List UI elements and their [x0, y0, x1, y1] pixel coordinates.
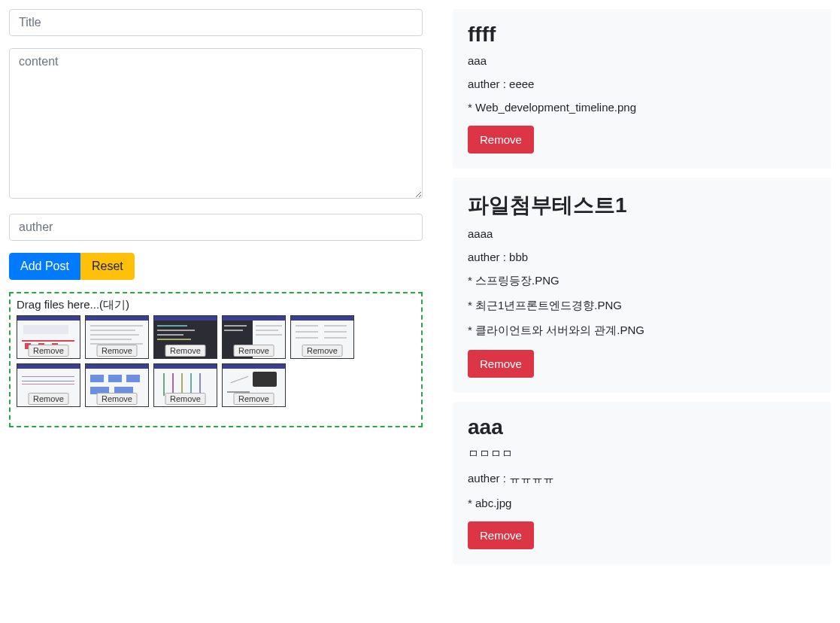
- author-input[interactable]: [9, 214, 423, 241]
- post-files: * Web_development_timeline.png: [468, 101, 816, 114]
- title-input[interactable]: [9, 9, 423, 36]
- thumbnail-remove-button[interactable]: Remove: [96, 393, 138, 405]
- thumbnail: Remove: [153, 315, 217, 359]
- thumbnail: Remove: [153, 363, 217, 407]
- thumbnail: Remove: [17, 315, 80, 359]
- post-author: auther : ㅠㅠㅠㅠ: [468, 472, 816, 486]
- post-content: aaaa: [468, 227, 816, 240]
- post-files: * abc.jpg: [468, 497, 816, 509]
- form-button-row: Add Post Reset: [9, 253, 423, 280]
- thumbnail-remove-button[interactable]: Remove: [233, 393, 274, 405]
- add-post-button[interactable]: Add Post: [9, 253, 80, 280]
- form-column: Add Post Reset Drag files here...(대기) Re…: [9, 9, 423, 564]
- post-files: * 스프링등장.PNG* 최근1년프론트엔드경향.PNG* 클라이언트와 서버와…: [468, 274, 816, 338]
- post-file: * 스프링등장.PNG: [468, 274, 816, 288]
- post-card: 파일첨부테스트1aaaaauther : bbb* 스프링등장.PNG* 최근1…: [453, 178, 831, 393]
- thumbnail: Remove: [290, 315, 354, 359]
- thumbnail-remove-button[interactable]: Remove: [96, 345, 138, 357]
- post-remove-button[interactable]: Remove: [468, 521, 534, 549]
- post-remove-button[interactable]: Remove: [468, 126, 534, 153]
- thumbnail: Remove: [222, 363, 286, 407]
- post-file: * 클라이언트와 서버와의 관계.PNG: [468, 324, 816, 338]
- thumbnail-remove-button[interactable]: Remove: [302, 345, 343, 357]
- thumbnail: Remove: [85, 315, 149, 359]
- content-textarea[interactable]: [9, 48, 423, 199]
- dropzone-label: Drag files here...(대기): [17, 298, 415, 312]
- thumbnail-remove-button[interactable]: Remove: [233, 345, 274, 357]
- file-dropzone[interactable]: Drag files here...(대기) RemoveRemoveRemov…: [9, 292, 423, 427]
- post-remove-button[interactable]: Remove: [468, 350, 534, 378]
- thumbnail-remove-button[interactable]: Remove: [28, 345, 69, 357]
- thumbnail-grid: RemoveRemoveRemoveRemoveRemoveRemoveRemo…: [17, 315, 415, 407]
- thumbnail-remove-button[interactable]: Remove: [165, 345, 206, 357]
- posts-column: ffffaaaauther : eeee* Web_development_ti…: [453, 9, 831, 564]
- thumbnail: Remove: [222, 315, 286, 359]
- post-title: ffff: [468, 23, 816, 47]
- thumbnail-remove-button[interactable]: Remove: [28, 393, 69, 405]
- post-content: aaa: [468, 54, 816, 67]
- post-card: aaaㅁㅁㅁㅁauther : ㅠㅠㅠㅠ* abc.jpgRemove: [453, 402, 831, 564]
- post-file: * Web_development_timeline.png: [468, 101, 816, 114]
- post-title: aaa: [468, 415, 816, 439]
- post-file: * abc.jpg: [468, 497, 816, 509]
- post-author: auther : bbb: [468, 251, 816, 263]
- post-card: ffffaaaauther : eeee* Web_development_ti…: [453, 9, 831, 169]
- thumbnail-remove-button[interactable]: Remove: [165, 393, 206, 405]
- reset-button[interactable]: Reset: [80, 253, 135, 280]
- thumbnail: Remove: [85, 363, 149, 407]
- thumbnail: Remove: [17, 363, 80, 407]
- post-file: * 최근1년프론트엔드경향.PNG: [468, 299, 816, 313]
- post-author: auther : eeee: [468, 77, 816, 90]
- post-content: ㅁㅁㅁㅁ: [468, 447, 816, 461]
- post-title: 파일첨부테스트1: [468, 191, 816, 220]
